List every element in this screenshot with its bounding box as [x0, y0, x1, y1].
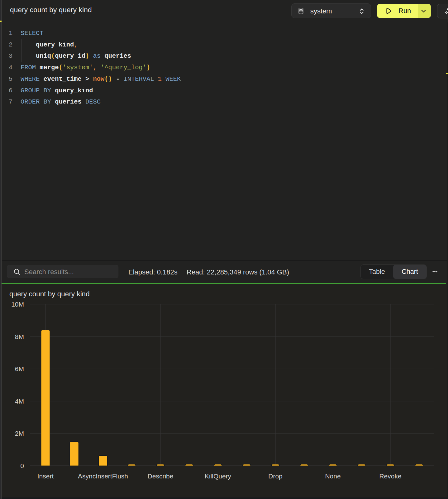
svg-text:KillQuery: KillQuery: [205, 472, 231, 480]
svg-text:6M: 6M: [15, 365, 24, 372]
svg-text:None: None: [325, 472, 341, 480]
svg-text:query count by query kind: query count by query kind: [9, 290, 90, 298]
svg-text:8M: 8M: [15, 333, 24, 340]
svg-text:0: 0: [20, 462, 24, 469]
svg-text:Revoke: Revoke: [379, 472, 401, 480]
svg-text:4M: 4M: [15, 398, 24, 405]
svg-text:Describe: Describe: [148, 472, 174, 480]
svg-text:AsyncInsertFlush: AsyncInsertFlush: [78, 472, 128, 480]
svg-text:Drop: Drop: [268, 472, 283, 480]
svg-text:2M: 2M: [15, 430, 24, 437]
svg-text:Insert: Insert: [37, 472, 54, 480]
svg-text:10M: 10M: [11, 301, 24, 308]
